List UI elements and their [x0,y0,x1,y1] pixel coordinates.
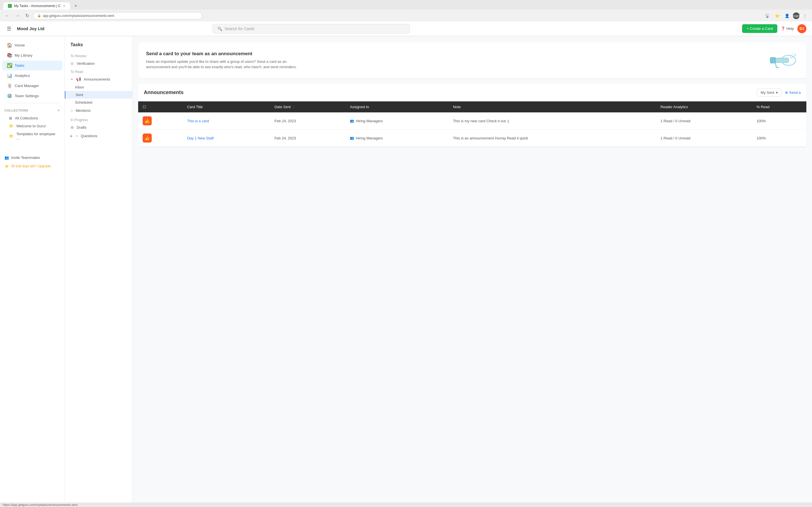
filter-dropdown[interactable]: My Sent ▾ [757,89,781,97]
row1-card-icon: 👍 [143,116,152,125]
url-text: app.getguru.com/mytasks/announcements-se… [43,14,114,18]
avatar[interactable]: DJ [797,24,806,33]
search-bar[interactable]: 🔍 [213,24,410,34]
table-header-row: ☐ Card Title Date Sent ↓ Assigned to Not… [138,101,806,112]
tab-close-button[interactable]: ✕ [63,4,65,8]
banner-text: Send a card to your team as an announcem… [146,51,310,70]
col-assigned-to: Assigned to [345,101,449,112]
announcements-section-title: Announcements [144,90,184,96]
drafts-icon: ⊛ [70,125,74,129]
status-bar: https://app.getguru.com/mytasks/announce… [0,503,812,507]
forward-button[interactable]: → [13,12,21,19]
row1-assigned-group: 👥 Hiring Managers [350,119,444,123]
sidebar-item-home[interactable]: 🏠 Home [2,40,62,50]
sidebar-item-analytics[interactable]: 📊 Analytics [2,71,62,80]
mentions-icon: ○ [70,108,73,113]
trial-badge[interactable]: ⭐ 30 trial days left • Upgrade [0,162,64,170]
browser-toolbar: ← → ↻ 🔒 app.getguru.com/mytasks/announce… [0,10,812,22]
incognito-badge: Incognito [793,12,800,19]
tasks-icon: ✅ [7,63,12,68]
address-bar[interactable]: 🔒 app.getguru.com/mytasks/announcements-… [33,12,202,19]
search-icon: 🔍 [217,26,222,31]
col-date-sent[interactable]: Date Sent ↓ [270,101,345,112]
home-icon: 🏠 [7,43,12,48]
task-item-announcements[interactable]: ▼ 📢 Announcements [65,75,132,83]
templates-icon: 📁 [9,134,13,138]
row1-read-pct-cell: 100% [752,112,806,129]
sidebar-item-welcome[interactable]: 📁 Welcome to Guru! [2,122,62,130]
row1-assigned-cell: 👥 Hiring Managers [345,112,449,129]
analytics-icon: 📊 [7,73,12,78]
add-collection-button[interactable]: + [57,108,60,113]
task-sub-sent[interactable]: Sent [65,91,132,99]
menu-button[interactable]: ⋮ [801,12,809,19]
team-settings-icon: ⚙️ [7,93,12,99]
sidebar-item-team-settings[interactable]: ⚙️ Team Settings [2,91,62,101]
col-read-pct: % Read [752,101,806,112]
new-tab-button[interactable]: + [72,2,79,10]
announcements-icon: 📢 [76,77,81,81]
row1-reader-analytics-cell: 1 Read / 0 Unread [656,112,752,129]
back-button[interactable]: ← [3,12,11,19]
row1-card-title-link[interactable]: This is a card [187,119,209,123]
cast-button[interactable]: 📡 [763,12,771,19]
reload-button[interactable]: ↻ [24,12,31,19]
sort-icon: ↓ [293,106,294,109]
sidebar-item-templates[interactable]: 📁 Templates for employee ... [2,130,62,142]
main-layout: 🏠 Home 📚 My Library ✅ Tasks 📊 Analytics … [0,37,812,507]
row2-read-pct-cell: 100% [752,129,806,147]
create-card-button[interactable]: + Create a Card [742,24,777,33]
topbar: ☰ Mood Joy Ltd 🔍 + Create a Card ❓ Help … [0,21,812,36]
task-item-questions[interactable]: ▶ ○ Questions [65,131,132,140]
announcements-table-wrapper: ☐ Card Title Date Sent ↓ Assigned to Not… [138,101,806,147]
row2-card-title-link[interactable]: Day 1 New Staff [187,136,214,140]
main-content: Send a card to your team as an announcem… [133,37,812,507]
dropdown-chevron-icon: ▾ [776,91,778,95]
header-right: My Sent ▾ ⊕ Send a [757,89,801,97]
verification-icon: ⊙ [70,61,74,66]
task-item-verification[interactable]: ⊙ Verification [65,59,132,68]
group-icon-2: 👥 [350,136,354,140]
row1-date-cell: Feb 24, 2023 [270,112,345,129]
col-note: Note [449,101,656,112]
col-reader-analytics: Reader Analytics [656,101,752,112]
task-item-drafts[interactable]: ⊛ Drafts [65,123,132,131]
sidebar-divider [4,103,60,103]
task-sub-inbox[interactable]: Inbox [65,83,132,91]
task-item-mentions[interactable]: ○ Mentions [65,106,132,115]
sidebar-item-tasks[interactable]: ✅ Tasks [2,61,62,70]
tasks-panel-title: Tasks [65,42,132,52]
bookmark-button[interactable]: ⭐ [773,12,781,19]
invite-teammates-button[interactable]: 👥 Invite Teammates [0,153,64,162]
svg-line-3 [775,63,776,68]
tasks-panel: Tasks To Review ⊙ Verification To Read ▼… [65,37,133,507]
sidebar-item-my-library[interactable]: 📚 My Library [2,50,62,60]
col-icon: ☐ [138,101,183,112]
send-circle-icon: ⊕ [785,91,788,95]
svg-point-7 [792,53,794,54]
banner-description: Have an important update you'd like to s… [146,59,310,70]
send-announcement-link[interactable]: ⊕ Send a [785,91,801,95]
banner-title: Send a card to your team as an announcem… [146,51,310,57]
group-icon: 👥 [350,119,354,123]
row2-title-cell: Day 1 New Staff [183,129,270,147]
library-icon: 📚 [7,53,12,58]
checkbox-icon: ☐ [143,105,146,109]
help-button[interactable]: ❓ Help [781,26,794,31]
task-sub-scheduled[interactable]: Scheduled [65,99,132,106]
sidebar-item-card-manager[interactable]: 🃏 Card Manager [2,81,62,91]
search-input[interactable] [224,26,405,31]
banner-illustration [765,49,799,71]
tab-title: My Tasks - Announcements | C [14,4,61,8]
hamburger-button[interactable]: ☰ [6,24,12,33]
table-row: 👍 Day 1 New Staff Feb 24, 2023 👥 Hiring … [138,129,806,147]
sidebar: 🏠 Home 📚 My Library ✅ Tasks 📊 Analytics … [0,37,65,507]
questions-expand-icon: ▶ [70,134,73,137]
svg-point-5 [790,56,793,58]
row1-title-cell: This is a card [183,112,270,129]
browser-tab[interactable]: My Tasks - Announcements | C ✕ [3,2,70,10]
row1-icon-cell: 👍 [138,112,183,129]
to-review-label: To Review [65,52,132,59]
row2-card-icon: 👍 [143,133,152,143]
sidebar-item-all-collections[interactable]: ⊞ All Collections [2,114,62,122]
